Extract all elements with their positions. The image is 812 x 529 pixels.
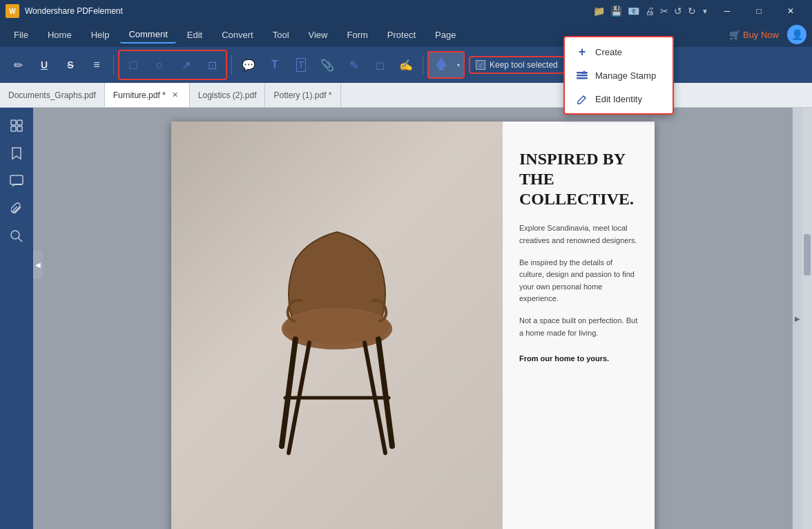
sidebar-bookmarks[interactable] bbox=[4, 141, 29, 166]
pdf-body-1: Explore Scandinavia, meet local creative… bbox=[519, 222, 638, 247]
tab-label: Documents_Graphs.pdf bbox=[8, 90, 96, 100]
signature-tool[interactable]: ✍ bbox=[394, 52, 418, 77]
typewriter-tool[interactable]: T bbox=[289, 52, 313, 77]
highlight-tool[interactable]: ✏ bbox=[6, 52, 30, 77]
comment-list-icon: ≡ bbox=[93, 59, 99, 71]
app-icon: W bbox=[6, 4, 19, 18]
ellipse-icon: ○ bbox=[156, 58, 164, 73]
rectangle-tool[interactable]: □ bbox=[121, 52, 146, 77]
underline-tool[interactable]: U bbox=[32, 52, 57, 77]
svg-rect-10 bbox=[17, 120, 22, 125]
svg-rect-13 bbox=[10, 175, 23, 184]
scrollbar-thumb[interactable] bbox=[804, 234, 811, 276]
menu-page[interactable]: Page bbox=[427, 27, 464, 43]
svg-rect-12 bbox=[17, 126, 22, 131]
svg-point-14 bbox=[11, 231, 19, 239]
left-handle-arrow: ◀ bbox=[35, 261, 41, 269]
scrollbar[interactable] bbox=[802, 108, 812, 529]
pdf-body-2: Be inspired by the details of culture, d… bbox=[519, 257, 638, 305]
textbox-tool[interactable]: T bbox=[262, 52, 287, 77]
tab-label: Pottery (1).pdf * bbox=[273, 90, 331, 100]
content-area: ◀ bbox=[0, 108, 812, 529]
pdf-image-area bbox=[171, 122, 503, 529]
strikethrough-icon: S bbox=[67, 59, 73, 70]
menu-comment[interactable]: Comment bbox=[120, 26, 175, 44]
redo-icon[interactable]: ↻ bbox=[688, 6, 696, 17]
menu-home[interactable]: Home bbox=[39, 27, 80, 43]
account-avatar[interactable]: 👤 bbox=[787, 25, 806, 44]
signature-icon: ✍ bbox=[399, 59, 413, 72]
menu-file[interactable]: File bbox=[6, 27, 37, 43]
sidebar-search[interactable] bbox=[4, 224, 29, 249]
svg-rect-1 bbox=[438, 61, 445, 64]
tab-logistics[interactable]: Logistics (2).pdf bbox=[190, 83, 266, 107]
ellipse-tool[interactable]: ○ bbox=[147, 52, 172, 77]
rectangle-icon: □ bbox=[130, 58, 137, 73]
right-panel-toggle[interactable]: ▶ bbox=[793, 108, 802, 529]
tab-label: Logistics (2).pdf bbox=[198, 90, 257, 100]
menu-form[interactable]: Form bbox=[339, 27, 376, 43]
svg-rect-7 bbox=[577, 77, 588, 79]
attachment-icon: 📎 bbox=[320, 59, 334, 72]
scissors-icon[interactable]: ✂ bbox=[660, 6, 668, 17]
create-icon: + bbox=[576, 46, 588, 58]
titlebar: W Wondershare PDFelement 📁 💾 📧 🖨 ✂ ↺ ↻ ▼… bbox=[0, 0, 812, 22]
print-icon[interactable]: 🖨 bbox=[645, 6, 655, 17]
left-sidebar bbox=[0, 108, 33, 529]
measure-tool[interactable]: ⊡ bbox=[200, 52, 224, 77]
chair-image bbox=[171, 122, 503, 529]
stamp-dropdown-arrow[interactable]: ▾ bbox=[454, 52, 463, 77]
strikethrough-tool[interactable]: S bbox=[58, 52, 83, 77]
pencil-tool[interactable]: ✎ bbox=[341, 52, 366, 77]
stamp-button[interactable] bbox=[429, 52, 454, 77]
sidebar-thumbnails[interactable] bbox=[4, 113, 29, 138]
stamp-button-wrap: ▾ bbox=[427, 51, 465, 79]
menu-view[interactable]: View bbox=[300, 27, 336, 43]
sidebar-comments[interactable] bbox=[4, 169, 29, 193]
svg-rect-6 bbox=[577, 75, 588, 77]
save-icon[interactable]: 💾 bbox=[610, 6, 622, 17]
comment-list-tool[interactable]: ≡ bbox=[84, 52, 109, 77]
menu-tool[interactable]: Tool bbox=[264, 27, 298, 43]
edit-identity-icon bbox=[576, 93, 588, 105]
attachment-tool[interactable]: 📎 bbox=[315, 52, 340, 77]
undo-icon[interactable]: ↺ bbox=[674, 6, 682, 17]
mail-icon[interactable]: 📧 bbox=[628, 6, 639, 17]
pdf-area[interactable]: INSPIRED BY THE COLLECTIVE. Explore Scan… bbox=[33, 108, 793, 529]
cart-icon: 🛒 bbox=[729, 30, 740, 40]
arrow-tool[interactable]: ↗ bbox=[173, 52, 198, 77]
tab-furniture[interactable]: Furniture.pdf * ✕ bbox=[105, 83, 190, 107]
tab-pottery[interactable]: Pottery (1).pdf * bbox=[265, 83, 340, 107]
menu-convert[interactable]: Convert bbox=[213, 27, 262, 43]
eraser-tool[interactable]: ◻ bbox=[367, 52, 392, 77]
textbox-icon: T bbox=[271, 59, 278, 71]
svg-rect-9 bbox=[11, 120, 16, 125]
stamp-manage-item[interactable]: Manage Stamp bbox=[565, 64, 673, 87]
maximize-button[interactable]: □ bbox=[743, 0, 775, 22]
keep-tool-checkbox[interactable] bbox=[476, 60, 485, 70]
sidebar-attachments[interactable] bbox=[4, 196, 29, 221]
drawing-tools-group: □ ○ ↗ ⊡ bbox=[118, 50, 227, 80]
buy-now-button[interactable]: 🛒 Buy Now bbox=[724, 27, 784, 43]
tab-documents-graphs[interactable]: Documents_Graphs.pdf bbox=[0, 83, 105, 107]
stamp-create-item[interactable]: + Create bbox=[565, 40, 673, 64]
tab-label: Furniture.pdf * bbox=[113, 90, 166, 100]
right-handle-arrow: ▶ bbox=[795, 315, 800, 323]
menu-edit[interactable]: Edit bbox=[179, 27, 211, 43]
stamp-edit-identity-item[interactable]: Edit Identity bbox=[565, 87, 673, 110]
menu-protect[interactable]: Protect bbox=[379, 27, 424, 43]
quick-access-dropdown-icon[interactable]: ▼ bbox=[702, 8, 708, 15]
close-button[interactable]: ✕ bbox=[775, 0, 806, 22]
callout-tool[interactable]: 💬 bbox=[236, 52, 261, 77]
left-panel-toggle[interactable]: ◀ bbox=[33, 251, 43, 278]
svg-point-17 bbox=[285, 309, 389, 344]
pdf-headline: INSPIRED BY THE COLLECTIVE. bbox=[519, 149, 638, 209]
tab-close-furniture[interactable]: ✕ bbox=[170, 90, 181, 101]
menu-help[interactable]: Help bbox=[83, 27, 118, 43]
app-name: Wondershare PDFelement bbox=[25, 6, 590, 16]
separator-1 bbox=[113, 55, 114, 75]
open-icon[interactable]: 📁 bbox=[593, 6, 605, 17]
minimize-button[interactable]: ─ bbox=[711, 0, 743, 22]
svg-rect-0 bbox=[436, 64, 446, 67]
window-controls: ─ □ ✕ bbox=[711, 0, 806, 22]
